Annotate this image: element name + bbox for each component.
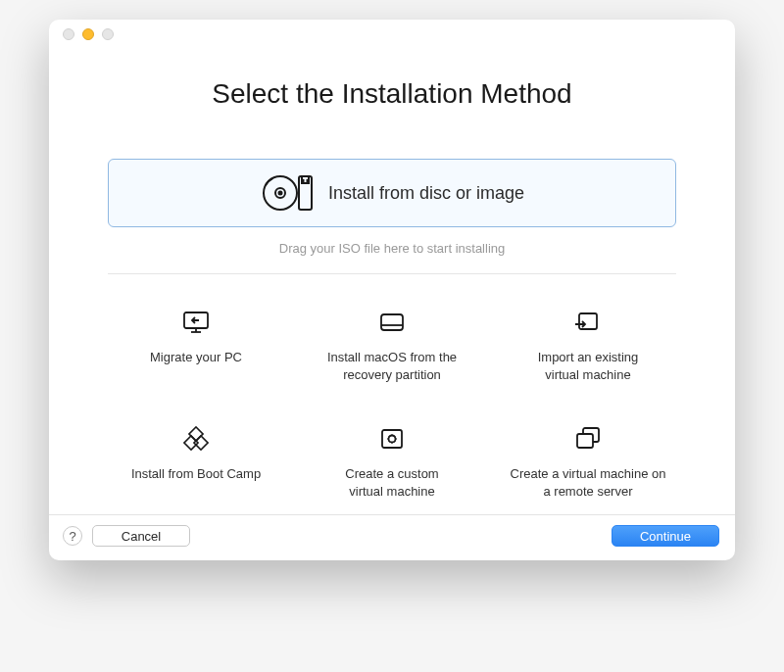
option-label: Install macOS from the recovery partitio… — [327, 349, 457, 383]
minimize-window-button[interactable] — [82, 28, 94, 40]
continue-button[interactable]: Continue — [612, 525, 719, 547]
remote-vm-icon — [573, 422, 603, 456]
option-label: Install from Boot Camp — [131, 465, 261, 483]
page-title: Select the Installation Method — [108, 78, 676, 110]
option-migrate-pc[interactable]: Migrate your PC — [108, 306, 284, 383]
svg-rect-15 — [194, 436, 208, 450]
bootcamp-icon — [183, 422, 209, 456]
help-button[interactable]: ? — [63, 526, 82, 546]
options-grid: Migrate your PC Install macOS from the r… — [108, 306, 676, 500]
close-window-button[interactable] — [63, 28, 74, 40]
svg-rect-14 — [184, 436, 198, 450]
zoom-window-button[interactable] — [102, 28, 114, 40]
svg-rect-19 — [577, 434, 593, 448]
svg-rect-16 — [382, 430, 402, 448]
svg-rect-13 — [189, 427, 203, 441]
option-create-custom-vm[interactable]: Create a custom virtual machine — [304, 422, 480, 500]
option-label: Create a virtual machine on a remote ser… — [511, 465, 666, 500]
cancel-button[interactable]: Cancel — [92, 525, 190, 547]
installer-window: Select the Installation Method Install f… — [49, 20, 735, 560]
section-divider — [108, 273, 676, 274]
svg-rect-3 — [299, 176, 312, 210]
option-label: Create a custom virtual machine — [345, 465, 438, 500]
option-import-vm[interactable]: Import an existing virtual machine — [500, 306, 676, 383]
titlebar — [49, 20, 735, 49]
option-install-bootcamp[interactable]: Install from Boot Camp — [108, 422, 284, 500]
option-create-remote-vm[interactable]: Create a virtual machine on a remote ser… — [500, 422, 676, 500]
disk-recovery-icon — [377, 306, 407, 339]
content-area: Select the Installation Method Install f… — [49, 49, 735, 514]
footer-bar: ? Cancel Continue — [49, 514, 735, 560]
import-vm-icon — [573, 306, 603, 339]
option-label: Import an existing virtual machine — [538, 349, 639, 383]
svg-rect-10 — [381, 314, 403, 330]
custom-vm-icon — [377, 422, 407, 456]
migrate-pc-icon — [181, 306, 211, 339]
svg-point-2 — [278, 192, 281, 195]
hero-label: Install from disc or image — [328, 183, 524, 204]
option-label: Migrate your PC — [150, 349, 242, 366]
drag-hint: Drag your ISO file here to start install… — [108, 241, 676, 273]
option-install-from-disc[interactable]: Install from disc or image — [108, 159, 676, 227]
svg-point-17 — [389, 436, 396, 443]
disc-usb-icon — [260, 171, 315, 215]
option-install-macos-recovery[interactable]: Install macOS from the recovery partitio… — [304, 306, 480, 383]
